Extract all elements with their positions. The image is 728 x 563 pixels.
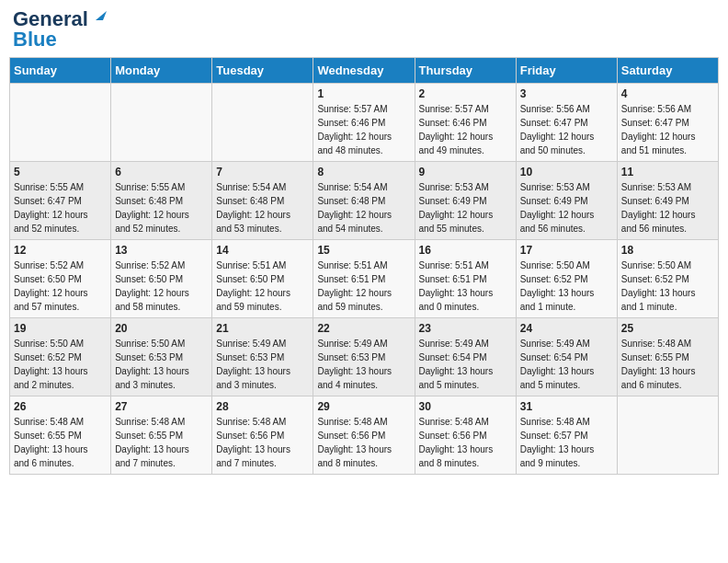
calendar-cell: 15Sunrise: 5:51 AM Sunset: 6:51 PM Dayli… bbox=[313, 240, 415, 318]
day-number: 22 bbox=[317, 322, 410, 335]
calendar-cell bbox=[617, 396, 718, 475]
calendar-cell bbox=[111, 84, 212, 162]
logo-text-general: General bbox=[13, 9, 88, 29]
day-number: 18 bbox=[621, 244, 714, 257]
day-info: Sunrise: 5:52 AM Sunset: 6:50 PM Dayligh… bbox=[115, 259, 208, 314]
day-number: 27 bbox=[115, 400, 208, 413]
calendar-header-row: SundayMondayTuesdayWednesdayThursdayFrid… bbox=[10, 58, 719, 84]
calendar-cell: 18Sunrise: 5:50 AM Sunset: 6:52 PM Dayli… bbox=[617, 240, 718, 318]
day-number: 4 bbox=[621, 87, 714, 100]
calendar-cell bbox=[10, 84, 111, 162]
day-number: 24 bbox=[520, 322, 613, 335]
calendar-cell: 19Sunrise: 5:50 AM Sunset: 6:52 PM Dayli… bbox=[10, 318, 111, 396]
logo-text-blue: Blue bbox=[13, 28, 57, 51]
header-wednesday: Wednesday bbox=[313, 58, 415, 84]
calendar-cell: 4Sunrise: 5:56 AM Sunset: 6:47 PM Daylig… bbox=[617, 84, 718, 162]
calendar-cell: 3Sunrise: 5:56 AM Sunset: 6:47 PM Daylig… bbox=[516, 84, 617, 162]
day-info: Sunrise: 5:48 AM Sunset: 6:55 PM Dayligh… bbox=[115, 415, 208, 470]
calendar-cell: 20Sunrise: 5:50 AM Sunset: 6:53 PM Dayli… bbox=[111, 318, 212, 396]
day-info: Sunrise: 5:51 AM Sunset: 6:51 PM Dayligh… bbox=[317, 259, 410, 314]
calendar-cell: 8Sunrise: 5:54 AM Sunset: 6:48 PM Daylig… bbox=[313, 162, 415, 240]
calendar-cell: 17Sunrise: 5:50 AM Sunset: 6:52 PM Dayli… bbox=[516, 240, 617, 318]
day-number: 29 bbox=[317, 400, 410, 413]
day-info: Sunrise: 5:49 AM Sunset: 6:53 PM Dayligh… bbox=[216, 337, 309, 392]
calendar-cell: 30Sunrise: 5:48 AM Sunset: 6:56 PM Dayli… bbox=[415, 396, 516, 475]
calendar-cell: 16Sunrise: 5:51 AM Sunset: 6:51 PM Dayli… bbox=[415, 240, 516, 318]
calendar-cell: 24Sunrise: 5:49 AM Sunset: 6:54 PM Dayli… bbox=[516, 318, 617, 396]
day-number: 3 bbox=[520, 87, 613, 100]
day-info: Sunrise: 5:57 AM Sunset: 6:46 PM Dayligh… bbox=[317, 102, 410, 157]
calendar-cell: 7Sunrise: 5:54 AM Sunset: 6:48 PM Daylig… bbox=[212, 162, 313, 240]
day-number: 30 bbox=[419, 400, 512, 413]
calendar-cell: 27Sunrise: 5:48 AM Sunset: 6:55 PM Dayli… bbox=[111, 396, 212, 475]
day-number: 26 bbox=[14, 400, 107, 413]
day-number: 9 bbox=[419, 166, 512, 178]
day-number: 21 bbox=[216, 322, 309, 335]
calendar-week-row: 19Sunrise: 5:50 AM Sunset: 6:52 PM Dayli… bbox=[10, 318, 719, 396]
day-number: 2 bbox=[419, 87, 512, 100]
page-header: General Blue bbox=[9, 9, 719, 50]
day-number: 17 bbox=[520, 244, 613, 257]
day-number: 13 bbox=[115, 244, 208, 257]
day-info: Sunrise: 5:56 AM Sunset: 6:47 PM Dayligh… bbox=[520, 102, 613, 157]
day-info: Sunrise: 5:48 AM Sunset: 6:57 PM Dayligh… bbox=[520, 415, 613, 470]
calendar-week-row: 12Sunrise: 5:52 AM Sunset: 6:50 PM Dayli… bbox=[10, 240, 719, 318]
header-saturday: Saturday bbox=[617, 58, 718, 84]
day-number: 14 bbox=[216, 244, 309, 257]
logo-bird-icon bbox=[90, 7, 107, 24]
day-info: Sunrise: 5:53 AM Sunset: 6:49 PM Dayligh… bbox=[520, 180, 613, 236]
day-number: 8 bbox=[317, 166, 410, 178]
calendar-cell: 28Sunrise: 5:48 AM Sunset: 6:56 PM Dayli… bbox=[212, 396, 313, 475]
day-info: Sunrise: 5:49 AM Sunset: 6:54 PM Dayligh… bbox=[419, 337, 512, 392]
calendar-cell: 23Sunrise: 5:49 AM Sunset: 6:54 PM Dayli… bbox=[415, 318, 516, 396]
calendar-week-row: 1Sunrise: 5:57 AM Sunset: 6:46 PM Daylig… bbox=[10, 84, 719, 162]
calendar-cell bbox=[212, 84, 313, 162]
day-info: Sunrise: 5:50 AM Sunset: 6:52 PM Dayligh… bbox=[520, 259, 613, 314]
calendar-cell: 11Sunrise: 5:53 AM Sunset: 6:49 PM Dayli… bbox=[617, 162, 718, 240]
calendar-cell: 25Sunrise: 5:48 AM Sunset: 6:55 PM Dayli… bbox=[617, 318, 718, 396]
day-info: Sunrise: 5:55 AM Sunset: 6:47 PM Dayligh… bbox=[14, 180, 107, 236]
day-info: Sunrise: 5:54 AM Sunset: 6:48 PM Dayligh… bbox=[317, 180, 410, 236]
day-info: Sunrise: 5:50 AM Sunset: 6:52 PM Dayligh… bbox=[621, 259, 714, 314]
day-info: Sunrise: 5:51 AM Sunset: 6:51 PM Dayligh… bbox=[419, 259, 512, 314]
day-number: 31 bbox=[520, 400, 613, 413]
calendar-cell: 6Sunrise: 5:55 AM Sunset: 6:48 PM Daylig… bbox=[111, 162, 212, 240]
svg-marker-0 bbox=[96, 11, 107, 20]
day-info: Sunrise: 5:48 AM Sunset: 6:55 PM Dayligh… bbox=[14, 415, 107, 470]
calendar-cell: 22Sunrise: 5:49 AM Sunset: 6:53 PM Dayli… bbox=[313, 318, 415, 396]
day-info: Sunrise: 5:50 AM Sunset: 6:52 PM Dayligh… bbox=[14, 337, 107, 392]
day-info: Sunrise: 5:48 AM Sunset: 6:56 PM Dayligh… bbox=[419, 415, 512, 470]
day-number: 25 bbox=[621, 322, 714, 335]
day-number: 28 bbox=[216, 400, 309, 413]
calendar-cell: 10Sunrise: 5:53 AM Sunset: 6:49 PM Dayli… bbox=[516, 162, 617, 240]
day-info: Sunrise: 5:48 AM Sunset: 6:55 PM Dayligh… bbox=[621, 337, 714, 392]
calendar-cell: 31Sunrise: 5:48 AM Sunset: 6:57 PM Dayli… bbox=[516, 396, 617, 475]
calendar-cell: 26Sunrise: 5:48 AM Sunset: 6:55 PM Dayli… bbox=[10, 396, 111, 475]
calendar-cell: 9Sunrise: 5:53 AM Sunset: 6:49 PM Daylig… bbox=[415, 162, 516, 240]
day-number: 5 bbox=[14, 166, 107, 178]
day-number: 7 bbox=[216, 166, 309, 178]
calendar-cell: 29Sunrise: 5:48 AM Sunset: 6:56 PM Dayli… bbox=[313, 396, 415, 475]
header-monday: Monday bbox=[111, 58, 212, 84]
logo: General Blue bbox=[13, 9, 107, 50]
day-info: Sunrise: 5:50 AM Sunset: 6:53 PM Dayligh… bbox=[115, 337, 208, 392]
day-number: 20 bbox=[115, 322, 208, 335]
day-number: 15 bbox=[317, 244, 410, 257]
day-number: 19 bbox=[14, 322, 107, 335]
calendar-cell: 21Sunrise: 5:49 AM Sunset: 6:53 PM Dayli… bbox=[212, 318, 313, 396]
day-number: 12 bbox=[14, 244, 107, 257]
calendar-cell: 1Sunrise: 5:57 AM Sunset: 6:46 PM Daylig… bbox=[313, 84, 415, 162]
calendar-cell: 13Sunrise: 5:52 AM Sunset: 6:50 PM Dayli… bbox=[111, 240, 212, 318]
day-info: Sunrise: 5:51 AM Sunset: 6:50 PM Dayligh… bbox=[216, 259, 309, 314]
day-number: 11 bbox=[621, 166, 714, 178]
day-info: Sunrise: 5:56 AM Sunset: 6:47 PM Dayligh… bbox=[621, 102, 714, 157]
header-friday: Friday bbox=[516, 58, 617, 84]
header-tuesday: Tuesday bbox=[212, 58, 313, 84]
calendar-cell: 12Sunrise: 5:52 AM Sunset: 6:50 PM Dayli… bbox=[10, 240, 111, 318]
day-info: Sunrise: 5:48 AM Sunset: 6:56 PM Dayligh… bbox=[216, 415, 309, 470]
day-info: Sunrise: 5:53 AM Sunset: 6:49 PM Dayligh… bbox=[621, 180, 714, 236]
day-info: Sunrise: 5:54 AM Sunset: 6:48 PM Dayligh… bbox=[216, 180, 309, 236]
day-info: Sunrise: 5:53 AM Sunset: 6:49 PM Dayligh… bbox=[419, 180, 512, 236]
day-info: Sunrise: 5:49 AM Sunset: 6:53 PM Dayligh… bbox=[317, 337, 410, 392]
calendar-cell: 5Sunrise: 5:55 AM Sunset: 6:47 PM Daylig… bbox=[10, 162, 111, 240]
